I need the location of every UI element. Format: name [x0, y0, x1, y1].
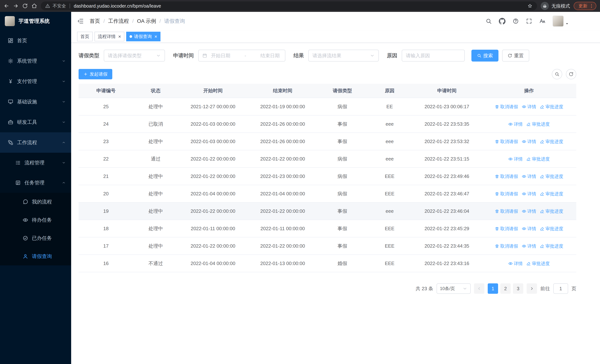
progress-action-link[interactable]: 审批进度 [540, 104, 563, 110]
detail-action-link[interactable]: 详情 [508, 121, 523, 127]
detail-action-link[interactable]: 详情 [508, 261, 523, 267]
user-menu[interactable] [553, 16, 569, 27]
tab-home[interactable]: 首页 [77, 32, 93, 41]
leave-type-select[interactable]: 请选择请假类型 [104, 50, 165, 62]
apply-time-range-picker[interactable]: 开始日期 - 结束日期 [198, 50, 285, 62]
next-page-button[interactable] [527, 283, 537, 294]
forward-icon[interactable] [13, 3, 19, 9]
sidebar-item-home[interactable]: 首页 [0, 30, 71, 51]
sidebar: 芋道管理系统 首页系统管理支付管理基础设施研发工具工作流程流程管理任务管理我的流… [0, 12, 71, 364]
action-label: 详情 [527, 191, 536, 197]
fullscreen-icon[interactable] [526, 18, 532, 24]
table-row: 18处理中2022-01-11 00:00:002022-01-11 00:00… [79, 220, 576, 237]
breadcrumb-item[interactable]: OA 示例 [137, 18, 156, 25]
tab-leave-query[interactable]: 请假查询× [126, 32, 160, 41]
cell-reason: eee [367, 202, 412, 220]
action-label: 审批进度 [545, 243, 563, 249]
detail-action-link[interactable]: 详情 [522, 226, 536, 232]
sidebar-menu: 首页系统管理支付管理基础设施研发工具工作流程流程管理任务管理我的流程待办任务已办… [0, 30, 71, 265]
close-tab-icon[interactable]: × [154, 34, 157, 39]
action-label: 取消请假 [500, 243, 518, 249]
breadcrumb-item[interactable]: 工作流程 [108, 18, 129, 25]
detail-action-link[interactable]: 详情 [522, 173, 536, 179]
sidebar-item-infrastructure[interactable]: 基础设施 [0, 92, 71, 112]
cancel-action-link[interactable]: 取消请假 [495, 208, 518, 214]
toggle-search-button[interactable] [552, 69, 562, 79]
search-button-label: 搜索 [483, 52, 493, 59]
header-search-icon[interactable] [486, 18, 492, 24]
cell-apply-no: 22 [79, 150, 133, 168]
page-numbers: 123 [488, 283, 523, 294]
progress-action-link[interactable]: 审批进度 [526, 156, 550, 162]
browser-home-icon[interactable] [31, 3, 37, 9]
reload-icon[interactable] [22, 3, 28, 9]
reset-button[interactable]: 重置 [502, 50, 529, 62]
cell-start-time: 2022-01-22 00:00:00 [178, 202, 248, 220]
result-select[interactable]: 请选择流结果 [308, 50, 379, 62]
sidebar-item-workflow[interactable]: 工作流程 [0, 132, 71, 153]
page-content: 请假类型 请选择请假类型 申请时间 开始日期 - 结束日期 结果 请选择流结果 [71, 43, 600, 364]
github-icon[interactable] [499, 18, 506, 24]
sidebar-item-system[interactable]: 系统管理 [0, 51, 71, 71]
table-row: 23处理中2022-01-03 00:00:002022-01-26 00:00… [79, 133, 576, 150]
progress-action-link[interactable]: 审批进度 [540, 226, 563, 232]
progress-action-link[interactable]: 审批进度 [526, 121, 550, 127]
sidebar-item-done-tasks[interactable]: 已办任务 [0, 229, 71, 247]
sidebar-toggle-icon[interactable] [77, 18, 84, 24]
detail-action-link[interactable]: 详情 [522, 104, 536, 110]
progress-action-link[interactable]: 审批进度 [540, 243, 563, 249]
font-size-icon[interactable] [539, 18, 545, 24]
detail-action-link[interactable]: 详情 [522, 139, 536, 145]
progress-action-link[interactable]: 审批进度 [540, 208, 563, 214]
progress-action-link[interactable]: 审批进度 [540, 191, 563, 197]
avatar[interactable] [553, 16, 564, 27]
progress-action-link[interactable]: 审批进度 [540, 173, 563, 179]
reason-input[interactable] [402, 50, 465, 62]
page-size-select[interactable]: 10条/页 [437, 283, 471, 294]
refresh-table-button[interactable] [566, 69, 576, 79]
browser-menu-dots-icon[interactable] [589, 3, 594, 9]
page-button-2[interactable]: 2 [500, 283, 511, 294]
sidebar-item-my-process[interactable]: 我的流程 [0, 193, 71, 211]
sidebar-item-task-mgmt[interactable]: 任务管理 [0, 173, 71, 193]
update-button[interactable]: 更新 [574, 2, 596, 10]
search-button[interactable]: 搜索 [471, 50, 498, 62]
page-button-3[interactable]: 3 [513, 283, 523, 294]
close-tab-icon[interactable]: × [118, 34, 121, 39]
prev-page-button[interactable] [474, 283, 484, 294]
arrow-left-icon [477, 286, 481, 291]
security-warning-icon[interactable] [45, 3, 50, 8]
cancel-action-link[interactable]: 取消请假 [495, 104, 518, 110]
trash-icon [495, 244, 499, 248]
page-button-1[interactable]: 1 [488, 283, 498, 294]
cancel-action-link[interactable]: 取消请假 [495, 191, 518, 197]
app-logo[interactable]: 芋道管理系统 [0, 12, 71, 30]
tab-process-detail[interactable]: 流程详情× [94, 32, 124, 41]
cell-status: 处理中 [133, 168, 178, 185]
detail-action-link[interactable]: 详情 [522, 243, 536, 249]
sidebar-item-payment[interactable]: 支付管理 [0, 71, 71, 92]
address-bar[interactable]: 不安全 dashboard.yudao.iocoder.cn/bpm/oa/le… [41, 1, 537, 10]
create-leave-button[interactable]: 发起请假 [79, 69, 112, 79]
cell-end-time: 2022-01-23 00:00:00 [248, 168, 318, 185]
bookmark-star-icon[interactable] [527, 3, 533, 9]
cancel-action-link[interactable]: 取消请假 [495, 173, 518, 179]
sidebar-item-process-mgmt[interactable]: 流程管理 [0, 153, 71, 173]
breadcrumb-item[interactable]: 首页 [90, 18, 100, 25]
trash-icon [495, 139, 499, 144]
progress-action-link[interactable]: 审批进度 [526, 261, 550, 267]
back-icon[interactable] [4, 3, 9, 9]
sidebar-item-leave-query[interactable]: 请假查询 [0, 247, 71, 265]
detail-action-link[interactable]: 详情 [522, 191, 536, 197]
detail-action-link[interactable]: 详情 [522, 208, 536, 214]
cancel-action-link[interactable]: 取消请假 [495, 139, 518, 145]
progress-action-link[interactable]: 审批进度 [540, 139, 563, 145]
goto-page-input[interactable] [553, 283, 568, 294]
cancel-action-link[interactable]: 取消请假 [495, 243, 518, 249]
action-label: 审批进度 [545, 173, 563, 179]
sidebar-item-dev-tools[interactable]: 研发工具 [0, 112, 71, 132]
detail-action-link[interactable]: 详情 [508, 156, 523, 162]
sidebar-item-todo-tasks[interactable]: 待办任务 [0, 211, 71, 229]
help-icon[interactable] [513, 18, 519, 24]
cancel-action-link[interactable]: 取消请假 [495, 226, 518, 232]
